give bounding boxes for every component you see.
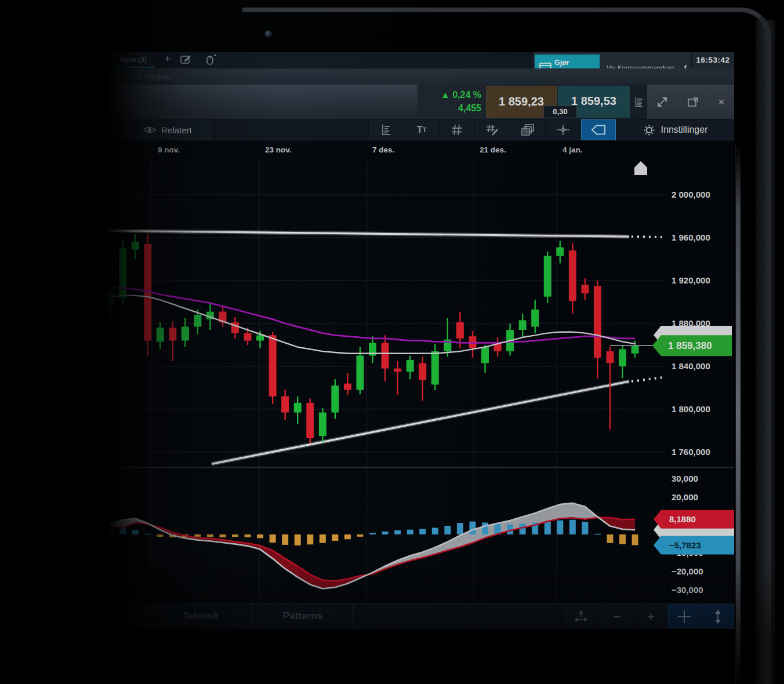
new-tab-button[interactable]: + — [155, 52, 180, 68]
new-workspace-icon[interactable] — [180, 52, 205, 68]
tab-home[interactable]: Hjem (3) — [112, 52, 154, 68]
date-axis: 9 nov.23 nov.7 des.21 des.4 jan. — [104, 141, 734, 159]
flag-tool-button-active[interactable] — [581, 119, 616, 140]
mouse-icon — [205, 54, 217, 65]
candle — [619, 345, 626, 378]
candle — [319, 408, 326, 442]
macd-histogram-bar — [344, 534, 351, 539]
macd-histogram-bar — [245, 534, 251, 537]
change-percent: 0,24 % — [452, 90, 481, 100]
candle — [406, 356, 414, 380]
candle — [594, 281, 601, 378]
menu-bar: er Vinduer — [104, 68, 734, 85]
candle — [306, 399, 314, 444]
candle — [531, 300, 539, 333]
price-scale-icon — [382, 124, 391, 136]
change-block: ▲ 0,24 % 4,455 — [418, 85, 485, 119]
price-tick-label: 1 800,000 — [672, 404, 710, 414]
price-tick-label: 1 760,000 — [672, 447, 710, 457]
tab-teknisk[interactable]: Teknisk — [151, 603, 252, 629]
macd-histogram-bar — [232, 534, 238, 537]
menu-item-vinduer[interactable]: Vinduer — [128, 70, 177, 83]
macd-tick-label: 30,000 — [672, 474, 698, 483]
candle — [294, 396, 302, 424]
related-button[interactable]: Relatert — [122, 119, 213, 140]
scroll-latest-icon[interactable] — [634, 161, 647, 175]
change-points: 4,455 — [458, 103, 481, 113]
macd-histogram-bar — [144, 534, 151, 535]
mouse-tool-button[interactable] — [205, 52, 230, 68]
macd-histogram-bar — [282, 534, 288, 545]
macd-histogram-bar — [545, 522, 551, 534]
candle — [369, 336, 376, 363]
crosshair-tool-button[interactable] — [546, 119, 580, 140]
macd-histogram-bar — [207, 534, 213, 537]
popout-window-icon[interactable] — [687, 97, 699, 107]
crosshair-icon — [677, 610, 691, 624]
macd-histogram-bar — [382, 532, 389, 534]
candle — [431, 344, 439, 390]
price-tick-label: 2 000,000 — [672, 190, 710, 199]
gear-icon — [643, 124, 655, 136]
zoom-out-button[interactable]: − — [600, 605, 634, 628]
macd-histogram-bar — [444, 526, 451, 534]
macd-histogram-bar — [432, 527, 438, 534]
candle — [419, 356, 426, 401]
candlestick-macd-chart[interactable]: 2 000,0001 960,0001 920,0001 880,0001 84… — [104, 159, 734, 603]
text-tool-button[interactable]: TT — [404, 119, 439, 140]
candle — [231, 317, 239, 339]
candle — [281, 390, 289, 420]
candle — [581, 278, 589, 300]
price-tick-label: 1 840,000 — [672, 361, 710, 371]
candle — [444, 318, 451, 357]
candle — [344, 373, 351, 395]
scale-tool-button[interactable] — [369, 119, 404, 140]
spread-badge: 0,30 — [543, 105, 577, 118]
cascade-windows-button[interactable] — [510, 119, 545, 140]
tablet-bezel — [756, 20, 775, 684]
macd-histogram-bar — [357, 534, 364, 537]
screenshot-stage: Hjem (3) + — [0, 0, 784, 684]
zoom-in-button[interactable]: + — [636, 605, 667, 628]
expand-icon[interactable] — [656, 96, 668, 108]
resistance-extension — [631, 237, 666, 237]
macd-histogram-bar — [607, 534, 614, 543]
candle — [607, 347, 614, 430]
macd-histogram-bar — [295, 534, 301, 545]
date-tick-label: 7 des. — [372, 145, 394, 154]
price-tick-label: 1 920,000 — [672, 275, 710, 285]
chart-toolbar: n Relatert TT — [104, 119, 734, 141]
macd-histogram-bar — [219, 534, 226, 537]
candle — [494, 337, 502, 356]
up-triangle-icon: ▲ — [441, 90, 450, 100]
tab-patterns[interactable]: Patterns — [253, 603, 354, 629]
tablet-camera — [264, 30, 272, 38]
close-icon[interactable]: × — [718, 96, 724, 108]
deposit-label-line1: Gjør — [554, 59, 569, 67]
grid-tool-button[interactable] — [440, 119, 474, 140]
date-tick-label: 4 jan. — [562, 145, 583, 154]
pan-arrows-icon — [575, 610, 587, 623]
chart-window-controls: × — [647, 85, 734, 119]
draw-tool-button[interactable] — [475, 119, 510, 140]
settings-button[interactable]: Innstillinger — [616, 119, 734, 140]
current-price-label: 1 859,380 — [668, 340, 712, 351]
menu-item-vinduer-label: Vinduer — [144, 72, 172, 81]
candle — [469, 331, 476, 358]
vertical-scale-button[interactable] — [702, 605, 734, 628]
crosshair-cursor-button[interactable] — [668, 605, 700, 628]
candle — [169, 321, 176, 361]
eye-icon — [143, 126, 156, 134]
macd-histogram-bar — [632, 534, 638, 545]
pan-mode-button[interactable] — [564, 605, 598, 628]
tab-interval-fragment[interactable]: day — [104, 603, 150, 629]
depth-ladder-button[interactable] — [631, 85, 647, 119]
candle — [107, 288, 114, 318]
settings-label: Innstillinger — [661, 125, 708, 135]
macd-histogram-bar — [257, 534, 263, 538]
menu-fragment: er — [105, 72, 112, 81]
macd-histogram-bar — [332, 534, 338, 541]
chart-area[interactable]: 2 000,0001 960,0001 920,0001 880,0001 84… — [104, 159, 734, 603]
trading-app-window: Hjem (3) + — [104, 52, 734, 629]
macd-histogram-bar — [619, 534, 626, 544]
